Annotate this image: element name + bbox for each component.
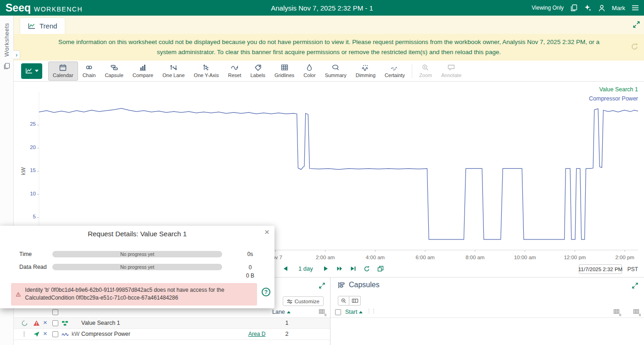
- toolbar-button-label: One Lane: [162, 72, 185, 78]
- lane-labels: Value Search 1Compressor Power: [589, 86, 638, 102]
- toolbar-button-gridlines[interactable]: Gridlines: [270, 61, 299, 81]
- trend-icon: [25, 67, 33, 74]
- user-name[interactable]: Mark: [612, 5, 625, 11]
- access-error-text: Identity 'b' 0f0bc1d4-b9e6-62b0-911f-998…: [25, 286, 252, 302]
- hamburger-menu-icon[interactable]: [631, 4, 639, 11]
- remove-item-icon[interactable]: ×: [43, 318, 47, 326]
- zoom-icon: [421, 64, 430, 71]
- worksheets-stack-icon: [3, 62, 11, 72]
- toolbar-button-label: Color: [303, 72, 315, 78]
- data-read-progress-bar: No progress yet: [52, 264, 222, 270]
- status-send-icon[interactable]: [33, 331, 40, 339]
- x-tick-label: 6:00 am: [409, 255, 441, 260]
- toolbar-button-certainty[interactable]: Certainty: [380, 61, 409, 81]
- compare-icon: [139, 64, 147, 71]
- toolbar-button-zoom[interactable]: Zoom: [414, 61, 437, 81]
- help-icon[interactable]: ?: [262, 288, 270, 296]
- remove-item-icon[interactable]: ×: [43, 329, 47, 337]
- color-icon: [305, 64, 314, 71]
- progress-row-value: 0: [232, 264, 269, 271]
- trend-view-dropdown-button[interactable]: [21, 63, 42, 79]
- banner-refresh-icon[interactable]: [631, 43, 638, 54]
- item-name[interactable]: Value Search 1: [81, 320, 120, 326]
- toolbar-button-label: Reset: [228, 72, 241, 78]
- timeline-strip-icon: [352, 298, 358, 304]
- toolbar-button-reset[interactable]: Reset: [224, 61, 246, 81]
- table-row[interactable]: ⋮ × kW Compressor Power Area D 2: [14, 329, 330, 340]
- row-menu-icon[interactable]: ⋮: [21, 331, 27, 337]
- ai-sparkle-icon[interactable]: [584, 4, 592, 11]
- toolbar-button-label: Zoom: [419, 72, 432, 78]
- capsule-timeline-button[interactable]: [349, 296, 361, 306]
- item-name[interactable]: Compressor Power: [81, 331, 130, 337]
- seeq-logo[interactable]: Seeq WORKBENCH: [0, 2, 83, 14]
- lane-label[interactable]: Compressor Power: [589, 95, 638, 102]
- capsules-maximize-icon[interactable]: [632, 282, 638, 291]
- svg-text:0: 0: [325, 313, 326, 317]
- refresh-icon[interactable]: [364, 266, 370, 272]
- progress-row-bytes: 0 B: [232, 273, 269, 279]
- progress-bar-text: No progress yet: [120, 251, 154, 257]
- duration-label[interactable]: 1 day: [298, 265, 313, 272]
- column-header-lane[interactable]: Lane: [272, 309, 291, 315]
- end-datetime-input[interactable]: 11/7/2025 2:32 PM: [579, 264, 622, 274]
- capsules-panel-title: Capsules: [337, 281, 380, 289]
- user-icon[interactable]: [598, 4, 606, 12]
- worksheets-pages-icon[interactable]: [570, 4, 578, 11]
- column-header-start[interactable]: Start: [345, 309, 363, 315]
- toolbar-button-label: One Y-Axis: [194, 72, 218, 78]
- worksheets-expand-chevron[interactable]: ›: [13, 50, 20, 59]
- zoom-to-capsule-button[interactable]: [338, 296, 349, 306]
- toolbar-button-one-lane[interactable]: One Lane: [158, 61, 189, 81]
- row-checkbox[interactable]: [52, 331, 58, 337]
- step-forward-icon[interactable]: [323, 266, 329, 272]
- warning-triangle-icon[interactable]: [33, 320, 40, 328]
- step-to-end-icon[interactable]: [350, 266, 356, 272]
- svg-text:0: 0: [619, 313, 621, 317]
- svg-text:0: 0: [639, 313, 641, 317]
- column-drag-grip-icon[interactable]: ⋮⋮: [366, 308, 375, 314]
- top-header-bar: Seeq WORKBENCH Analysis Nov 7, 2025 2:32…: [0, 0, 644, 16]
- toolbar-button-color[interactable]: Color: [299, 61, 320, 81]
- tab-trend[interactable]: Trend: [20, 18, 65, 34]
- customize-button-label: Customize: [295, 299, 319, 304]
- details-maximize-icon[interactable]: [319, 282, 325, 291]
- fast-forward-icon[interactable]: [336, 266, 343, 272]
- step-back-icon[interactable]: [282, 266, 288, 272]
- y-tick-label: 10: [18, 191, 36, 196]
- toolbar-button-labels[interactable]: Labels: [246, 61, 270, 81]
- toolbar-button-label: Calendar: [53, 72, 73, 78]
- toolbar-button-summary[interactable]: Summary: [320, 61, 351, 81]
- compressor-power-line[interactable]: [39, 108, 638, 239]
- toolbar-button-one-y-axis[interactable]: One Y-Axis: [189, 61, 223, 81]
- toolbar-button-calendar[interactable]: Calendar: [48, 61, 78, 81]
- timezone-label[interactable]: PST: [627, 266, 638, 273]
- grid-columns-icon[interactable]: 0: [613, 309, 621, 318]
- permission-warning-banner: Some information on this worksheet could…: [14, 34, 644, 61]
- toolbar-button-chain[interactable]: Chain: [78, 61, 101, 81]
- close-icon[interactable]: ×: [264, 227, 269, 237]
- grid-columns-icon[interactable]: 0: [633, 309, 641, 318]
- lane-label[interactable]: Value Search 1: [589, 86, 638, 93]
- warning-triangle-icon: [16, 290, 21, 298]
- item-asset-link[interactable]: Area D: [248, 331, 265, 337]
- toolbar-button-dimming[interactable]: Dimming: [351, 61, 380, 81]
- duplicate-range-icon[interactable]: [377, 266, 384, 272]
- item-lane: 1: [284, 320, 290, 326]
- table-row[interactable]: × Value Search 1 1: [14, 318, 330, 329]
- customize-button[interactable]: Customize: [283, 296, 324, 306]
- toolbar-button-label: Labels: [251, 72, 265, 78]
- grid-columns-icon[interactable]: 0: [319, 309, 326, 318]
- item-unit: kW: [72, 331, 79, 337]
- x-tick-label: 8:00 am: [459, 255, 491, 260]
- document-title[interactable]: Analysis Nov 7, 2025 2:32 PM - 1: [271, 4, 373, 12]
- toolbar-button-capsule[interactable]: Capsule: [100, 61, 128, 81]
- capsules-icon: [337, 281, 345, 289]
- row-checkbox[interactable]: [52, 320, 58, 326]
- toolbar-button-annotate[interactable]: Annotate: [437, 61, 466, 81]
- toolbar-button-compare[interactable]: Compare: [128, 61, 158, 81]
- select-all-checkbox[interactable]: [52, 309, 58, 315]
- select-all-checkbox[interactable]: [335, 309, 341, 315]
- worksheet-maximize-icon[interactable]: [633, 21, 640, 30]
- magnifier-plus-icon: [341, 298, 347, 304]
